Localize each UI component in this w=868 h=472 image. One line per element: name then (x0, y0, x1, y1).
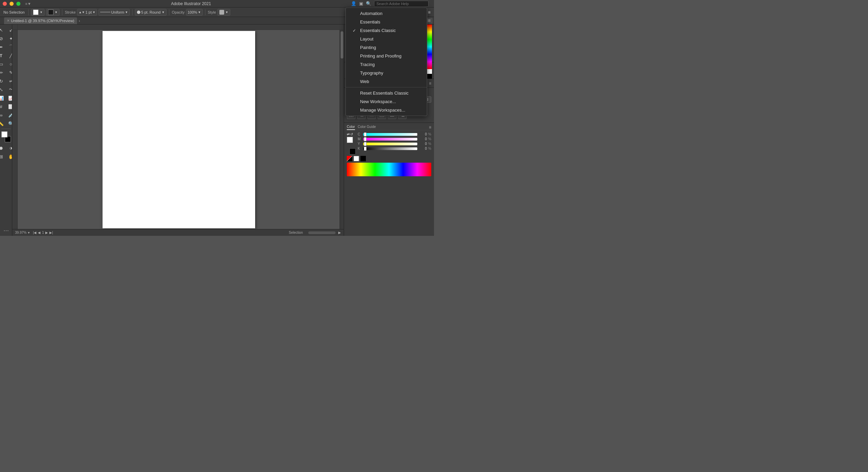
tab-close-icon[interactable]: ✕ (7, 19, 10, 22)
hue-strip[interactable] (427, 25, 432, 69)
menu-item-typography[interactable]: Typography (346, 69, 427, 77)
reflect-tool[interactable]: ⇌ (6, 77, 12, 85)
stroke-color[interactable] (48, 10, 53, 15)
fill-color[interactable] (33, 10, 38, 15)
foreground-color-swatch[interactable] (347, 137, 353, 143)
gradient-mode[interactable]: ◑ (6, 144, 12, 152)
scrollbar-vertical[interactable] (340, 30, 344, 229)
stroke-style-select[interactable]: Uniform ▼ (98, 9, 129, 16)
menu-item-manage-workspaces[interactable]: Manage Workspaces... (346, 106, 427, 114)
nav-prev[interactable]: ◀ (38, 231, 41, 234)
ellipse-tool[interactable]: ○ (6, 60, 12, 68)
black-strip[interactable] (427, 74, 432, 79)
warp-tool[interactable]: 〜 (6, 85, 12, 94)
hand-tool[interactable]: ✋ (6, 152, 12, 161)
scale-tool[interactable]: ⤡ (0, 85, 6, 94)
profile-icon[interactable]: 👤 (351, 1, 356, 6)
panel-menu-icon[interactable]: ≡ (429, 81, 431, 86)
y-slider[interactable] (363, 143, 417, 145)
type-tool[interactable]: T (0, 51, 6, 60)
menu-item-automation[interactable]: Automation (346, 9, 427, 18)
swap-colors-icon[interactable]: ⇄ (347, 132, 350, 136)
mesh-tools: # ⬜ (0, 102, 12, 111)
panel-menu[interactable]: ≡ (427, 9, 432, 16)
zoom-dropdown[interactable]: ▼ (27, 231, 30, 234)
color-mode[interactable]: ⬤ (0, 144, 6, 152)
measure-tool[interactable]: 📏 (0, 119, 6, 128)
rotate-tool[interactable]: ↻ (0, 77, 6, 85)
workspace-icon[interactable]: ▣ (359, 1, 363, 6)
column-graph-tool[interactable]: 📊 (0, 94, 6, 102)
pencil-tool[interactable]: ✎ (6, 68, 12, 77)
c-slider[interactable] (363, 133, 417, 136)
paintbrush-tool[interactable]: ✏ (0, 68, 6, 77)
color-guide-tab[interactable]: Color Guide (358, 125, 376, 130)
canvas-wrapper[interactable] (18, 30, 340, 229)
search-input[interactable] (374, 1, 429, 7)
fill-stroke-colors[interactable] (1, 131, 12, 143)
white-swatch-icon[interactable] (354, 156, 359, 161)
search-icon[interactable]: 🔍 (366, 1, 371, 6)
status-scrollbar[interactable] (308, 231, 336, 234)
y-row: Y 0 % (358, 142, 431, 146)
m-thumb[interactable] (364, 137, 367, 141)
scroll-thumb-v[interactable] (341, 31, 343, 59)
stroke-swatch[interactable]: ▼ (46, 9, 60, 16)
menu-item-essentials-classic[interactable]: ✓ Essentials Classic (346, 26, 427, 35)
warning-icon[interactable] (347, 156, 352, 161)
menu-item-tracing[interactable]: Tracing (346, 60, 427, 69)
k-thumb[interactable] (364, 147, 367, 151)
color-spectrum[interactable] (347, 163, 431, 176)
black-swatch-icon[interactable] (360, 156, 366, 161)
mesh-tool[interactable]: # (0, 102, 6, 111)
magic-wand-tool[interactable]: ✦ (6, 34, 12, 43)
more-tools[interactable]: ⋯ (1, 226, 11, 234)
menu-item-new-workspace[interactable]: New Workspace... (346, 97, 427, 106)
zoom-tool[interactable]: 🔍 (6, 119, 12, 128)
selection-tool[interactable]: ↖ (0, 26, 6, 34)
y-thumb[interactable] (364, 142, 367, 146)
menu-item-painting[interactable]: Painting (346, 43, 427, 52)
menu-item-web[interactable]: Web (346, 77, 427, 86)
artboard-number[interactable]: 1 (42, 231, 44, 234)
bar-graph-tool[interactable]: 📈 (6, 94, 12, 102)
stroke-weight-input[interactable]: ▲▼ 1 pt ▼ (77, 9, 97, 16)
color-panel-menu[interactable]: ≡ (429, 125, 431, 130)
zoom-control[interactable]: 39.97% ▼ (15, 231, 30, 234)
fill-swatch[interactable]: ▼ (31, 9, 45, 16)
status-arrow[interactable]: ▶ (338, 231, 341, 234)
background-color-swatch[interactable] (350, 148, 356, 154)
opacity-input[interactable]: 100% ▼ (186, 9, 203, 16)
minimize-button[interactable] (10, 2, 14, 6)
menu-item-essentials[interactable]: Essentials (346, 18, 427, 26)
artboard-tool[interactable]: ⊞ (0, 152, 6, 161)
tab-arrow[interactable]: › (78, 18, 81, 24)
gradient-tool[interactable]: ⬜ (6, 102, 12, 111)
brush-select[interactable]: 5 pt. Round ▼ (135, 9, 167, 16)
fill-indicator[interactable] (1, 131, 7, 137)
lasso-tool[interactable]: ⊘ (0, 34, 6, 43)
c-thumb[interactable] (364, 132, 367, 136)
nav-next[interactable]: ▶ (45, 231, 48, 234)
document-tab[interactable]: ✕ Untitled-1 @ 39.97% (CMYK/Preview) (4, 17, 77, 24)
color-tab[interactable]: Color (347, 125, 355, 130)
menu-item-layout[interactable]: Layout (346, 35, 427, 43)
menu-item-printing[interactable]: Printing and Proofing (346, 52, 427, 60)
k-slider[interactable] (363, 147, 417, 150)
pen-tool[interactable]: ✒ (0, 43, 6, 51)
nav-first[interactable]: |◀ (33, 231, 37, 234)
line-tool[interactable]: ╱ (6, 51, 12, 60)
nav-last[interactable]: ▶| (49, 231, 53, 234)
close-button[interactable] (3, 2, 7, 6)
m-slider[interactable] (363, 138, 417, 141)
reset-colors-icon[interactable]: ↺ (350, 132, 353, 136)
eyedropper-tool[interactable]: 💉 (6, 111, 12, 119)
rectangle-tool[interactable]: ▭ (0, 60, 6, 68)
blend-tool[interactable]: ∞ (0, 111, 6, 119)
white-strip[interactable] (427, 69, 432, 74)
menu-item-reset[interactable]: Reset Essentials Classic (346, 89, 427, 97)
maximize-button[interactable] (16, 2, 20, 6)
style-select[interactable]: ▼ (217, 9, 230, 16)
curvature-tool[interactable]: ⌒ (6, 43, 12, 51)
direct-selection-tool[interactable]: ↙ (6, 26, 12, 34)
